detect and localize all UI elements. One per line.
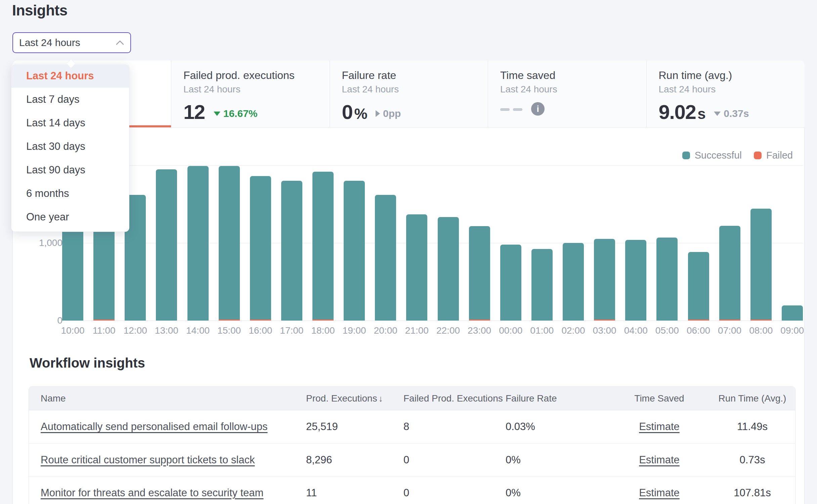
legend-failed[interactable]: Failed bbox=[754, 150, 793, 161]
y-tick-0: 0 bbox=[22, 315, 62, 326]
stat-subtitle: Last 24 hours bbox=[342, 84, 488, 95]
chart-bar bbox=[719, 165, 740, 321]
x-axis-label: 22:00 bbox=[438, 325, 459, 336]
x-axis-label: 17:00 bbox=[281, 325, 302, 336]
table-row: Route critical customer support tickets … bbox=[29, 443, 795, 476]
x-axis-label: 20:00 bbox=[375, 325, 396, 336]
chart-bar bbox=[250, 165, 271, 321]
delta-text: 0pp bbox=[383, 108, 401, 119]
legend-successful[interactable]: Successful bbox=[682, 150, 742, 161]
table-header-row: Name Prod. Executions Failed Prod. Execu… bbox=[29, 387, 795, 410]
time-saved-empty-value bbox=[500, 108, 522, 111]
chart-bar bbox=[344, 165, 365, 321]
stat-title: Run time (avg.) bbox=[659, 69, 805, 82]
chart-bar bbox=[594, 165, 615, 321]
delta-text: 16.67% bbox=[223, 108, 258, 119]
stat-subtitle: Last 24 hours bbox=[659, 84, 805, 95]
x-axis-label: 05:00 bbox=[656, 325, 678, 336]
stat-title: Failure rate bbox=[342, 69, 488, 82]
col-failure-rate[interactable]: Failure Rate bbox=[506, 393, 609, 404]
time-range-option[interactable]: Last 24 hours bbox=[11, 64, 129, 88]
stat-value: 9.02s bbox=[659, 102, 705, 122]
col-time-saved[interactable]: Time Saved bbox=[609, 393, 710, 404]
chart-bar bbox=[375, 165, 396, 321]
chart-bar bbox=[281, 165, 302, 321]
time-range-option[interactable]: One year bbox=[11, 205, 129, 229]
delta-text: 0.37s bbox=[724, 108, 749, 119]
tab-run-time-avg[interactable]: Run time (avg.) Last 24 hours 9.02s 0.37… bbox=[647, 60, 805, 127]
stat-subtitle: Last 24 hours bbox=[183, 84, 330, 95]
table-row: Monitor for threats and escalate to secu… bbox=[29, 476, 795, 504]
chart-legend: Successful Failed bbox=[682, 150, 793, 161]
triangle-down-icon bbox=[714, 112, 721, 116]
x-axis-label: 10:00 bbox=[62, 325, 83, 336]
col-run-time-avg[interactable]: Run Time (Avg.) bbox=[710, 393, 795, 404]
stat-value: 12 bbox=[183, 102, 205, 122]
x-axis-label: 02:00 bbox=[563, 325, 584, 336]
legend-label: Failed bbox=[766, 150, 793, 161]
prod-executions-cell: 8,296 bbox=[306, 454, 403, 466]
chart-bar bbox=[219, 165, 240, 321]
time-range-value: Last 24 hours bbox=[19, 37, 116, 48]
col-prod-executions[interactable]: Prod. Executions bbox=[306, 393, 403, 404]
run-time-cell: 107.81s bbox=[710, 487, 795, 499]
chart-bar bbox=[782, 165, 803, 321]
tab-failure-rate[interactable]: Failure rate Last 24 hours 0% 0pp bbox=[330, 60, 488, 127]
stat-subtitle: Last 24 hours bbox=[500, 84, 646, 95]
time-range-option[interactable]: 6 months bbox=[11, 182, 129, 205]
time-range-option[interactable]: Last 14 days bbox=[11, 111, 129, 135]
x-axis-label: 07:00 bbox=[719, 325, 740, 336]
prod-executions-cell: 11 bbox=[306, 487, 403, 499]
chart-bar bbox=[406, 165, 427, 321]
workflow-link[interactable]: Route critical customer support tickets … bbox=[41, 454, 255, 466]
chart-bar bbox=[656, 165, 678, 321]
time-range-menu: Last 24 hoursLast 7 daysLast 14 daysLast… bbox=[11, 63, 129, 232]
failed-prod-executions-cell: 0 bbox=[403, 454, 506, 466]
estimate-link[interactable]: Estimate bbox=[639, 487, 680, 499]
stat-title: Time saved bbox=[500, 69, 646, 82]
x-axis-labels: 10:0011:0012:0013:0014:0015:0016:0017:00… bbox=[62, 325, 803, 336]
tab-time-saved[interactable]: Time saved Last 24 hours i bbox=[488, 60, 647, 127]
estimate-link[interactable]: Estimate bbox=[639, 454, 680, 466]
chart-bar bbox=[531, 165, 553, 321]
x-axis-label: 03:00 bbox=[594, 325, 615, 336]
x-axis-label: 18:00 bbox=[312, 325, 334, 336]
x-axis-label: 09:00 bbox=[782, 325, 803, 336]
stat-delta: 16.67% bbox=[214, 108, 258, 119]
info-icon[interactable]: i bbox=[531, 102, 545, 116]
workflow-link[interactable]: Monitor for threats and escalate to secu… bbox=[41, 487, 263, 499]
failure-rate-cell: 0% bbox=[506, 487, 609, 499]
x-axis-label: 16:00 bbox=[250, 325, 271, 336]
stat-delta: 0pp bbox=[376, 108, 401, 119]
stat-delta: 0.37s bbox=[714, 108, 749, 119]
chart-bar bbox=[500, 165, 521, 321]
time-range-option[interactable]: Last 7 days bbox=[11, 88, 129, 111]
sort-desc-icon bbox=[377, 393, 383, 404]
col-name[interactable]: Name bbox=[29, 393, 306, 404]
time-range-select[interactable]: Last 24 hours bbox=[12, 32, 131, 53]
insights-page: Insights Failed prod. executions Last 24… bbox=[0, 0, 817, 504]
x-axis-label: 12:00 bbox=[125, 325, 146, 336]
tab-failed-prod-executions[interactable]: Failed prod. executions Last 24 hours 12… bbox=[171, 60, 330, 127]
x-axis-label: 00:00 bbox=[500, 325, 521, 336]
chart-bar bbox=[469, 165, 490, 321]
failed-prod-executions-cell: 8 bbox=[403, 421, 506, 433]
chart-bar bbox=[750, 165, 772, 321]
failed-prod-executions-cell: 0 bbox=[403, 487, 506, 499]
x-axis-label: 15:00 bbox=[219, 325, 240, 336]
run-time-cell: 11.49s bbox=[710, 421, 795, 433]
workflow-link[interactable]: Automatically send personalised email fo… bbox=[41, 421, 267, 432]
failed-swatch-icon bbox=[754, 152, 762, 159]
x-axis-label: 08:00 bbox=[750, 325, 772, 336]
chart-bar bbox=[312, 165, 334, 321]
x-axis-label: 04:00 bbox=[625, 325, 646, 336]
time-range-option[interactable]: Last 30 days bbox=[11, 135, 129, 158]
chart-bar bbox=[187, 165, 209, 321]
estimate-link[interactable]: Estimate bbox=[639, 421, 680, 432]
workflow-insights-heading: Workflow insights bbox=[30, 355, 145, 371]
x-axis-line bbox=[66, 321, 803, 321]
col-failed-prod-executions[interactable]: Failed Prod. Executions bbox=[403, 393, 506, 404]
x-axis-label: 19:00 bbox=[344, 325, 365, 336]
time-range-option[interactable]: Last 90 days bbox=[11, 158, 129, 182]
x-axis-label: 01:00 bbox=[531, 325, 553, 336]
